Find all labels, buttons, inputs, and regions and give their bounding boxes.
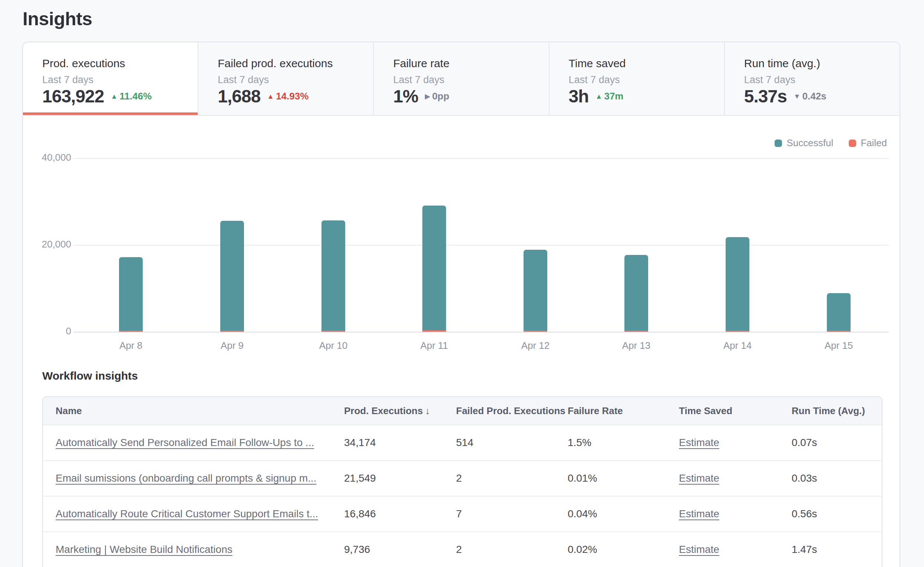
prod-executions-cell: 21,549 [344, 472, 456, 484]
delta-text: 11.46% [119, 90, 152, 102]
workflow-insights-table: NameProd. Executions↓Failed Prod. Execut… [42, 396, 882, 567]
legend-label: Failed [861, 137, 887, 149]
y-axis-tick-label: 40,000 [23, 152, 71, 163]
column-header-prod-executions[interactable]: Prod. Executions↓ [344, 405, 456, 417]
column-header-failed-prod-executions[interactable]: Failed Prod. Executions [456, 405, 568, 417]
bar-successful-segment [119, 257, 143, 331]
bar-successful-segment [624, 255, 648, 331]
metric-card-value: 1,688 [218, 86, 260, 107]
metric-card-value-row: 1%▶0pp [393, 86, 449, 107]
table-row: Marketing | Website Build Notifications9… [43, 531, 882, 567]
metric-card-delta: ▼0.42s [794, 90, 826, 102]
metric-card-period: Last 7 days [569, 74, 715, 86]
metric-card-failed-prod-executions[interactable]: Failed prod. executionsLast 7 days1,688▲… [198, 42, 374, 116]
time-saved-estimate-link[interactable]: Estimate [679, 508, 730, 520]
x-axis-label-apr-13: Apr 13 [599, 340, 674, 351]
workflow-name-link[interactable]: Automatically Route Critical Customer Su… [56, 508, 329, 520]
bar-failed-segment [726, 331, 749, 332]
workflow-insights-title: Workflow insights [42, 370, 138, 382]
delta-text: 37m [604, 90, 623, 102]
run-time-avg-cell: 0.07s [792, 437, 882, 449]
table-body: Automatically Send Personalized Email Fo… [43, 424, 882, 567]
x-axis-label-apr-9: Apr 9 [195, 340, 269, 351]
column-header-run-time-avg[interactable]: Run Time (Avg.) [792, 405, 882, 417]
bar-failed-segment [220, 331, 244, 332]
gridline-20000 [74, 245, 889, 246]
delta-up-arrow-icon: ▲ [596, 92, 603, 101]
legend-swatch-successful [775, 140, 782, 147]
failed-prod-executions-cell: 2 [456, 472, 568, 484]
bar-apr-12 [524, 250, 547, 332]
chart-legend: SuccessfulFailed [775, 137, 887, 149]
bar-apr-15 [827, 293, 850, 332]
legend-item-failed[interactable]: Failed [849, 137, 887, 149]
column-header-label: Name [56, 405, 82, 417]
metric-card-failure-rate[interactable]: Failure rateLast 7 days1%▶0pp [374, 42, 549, 116]
x-axis-label-apr-14: Apr 14 [700, 340, 775, 351]
metric-card-delta: ▶0pp [425, 90, 449, 102]
bar-successful-segment [422, 206, 446, 330]
run-time-avg-cell: 0.56s [792, 508, 882, 520]
failure-rate-cell: 0.02% [568, 544, 679, 555]
time-saved-estimate-link[interactable]: Estimate [679, 437, 730, 449]
bar-successful-segment [220, 221, 244, 331]
failure-rate-cell: 1.5% [568, 437, 679, 449]
legend-label: Successful [786, 137, 833, 149]
failure-rate-cell: 0.01% [568, 472, 679, 484]
metric-card-period: Last 7 days [393, 74, 540, 86]
metric-card-delta: ▲37m [596, 90, 624, 102]
legend-item-successful[interactable]: Successful [775, 137, 833, 149]
x-axis-label-apr-11: Apr 11 [397, 340, 471, 351]
delta-up-arrow-icon: ▲ [111, 92, 118, 101]
metric-card-title: Time saved [569, 57, 715, 70]
metric-card-prod-executions[interactable]: Prod. executionsLast 7 days163,922▲11.46… [23, 42, 198, 116]
column-header-failure-rate[interactable]: Failure Rate [568, 405, 679, 417]
metric-card-time-saved[interactable]: Time savedLast 7 days3h▲37m [549, 42, 725, 116]
column-header-label: Failure Rate [568, 405, 623, 417]
failed-prod-executions-cell: 514 [456, 437, 568, 449]
workflow-name-link[interactable]: Automatically Send Personalized Email Fo… [56, 437, 325, 449]
metric-card-period: Last 7 days [218, 74, 364, 86]
sort-desc-icon: ↓ [425, 405, 430, 417]
x-axis-label-apr-8: Apr 8 [94, 340, 168, 351]
bar-successful-segment [321, 220, 345, 331]
time-saved-estimate-link[interactable]: Estimate [679, 472, 730, 484]
gridline-0 [74, 332, 889, 332]
bar-failed-segment [119, 331, 143, 332]
x-axis-label-apr-10: Apr 10 [296, 340, 370, 351]
table-row: Automatically Route Critical Customer Su… [43, 496, 882, 531]
column-header-label: Time Saved [679, 405, 732, 417]
bar-apr-11 [422, 206, 446, 332]
metric-card-title: Run time (avg.) [744, 57, 891, 70]
run-time-avg-cell: 0.03s [792, 472, 882, 484]
table-row: Email sumissions (onboarding call prompt… [43, 460, 882, 496]
column-header-name[interactable]: Name [56, 405, 344, 417]
bar-failed-segment [524, 331, 547, 332]
page-title: Insights [22, 8, 92, 30]
bar-apr-13 [624, 255, 648, 332]
metric-card-delta: ▲11.46% [111, 90, 152, 102]
column-header-label: Failed Prod. Executions [456, 405, 566, 417]
metric-card-period: Last 7 days [744, 74, 891, 86]
metric-card-period: Last 7 days [42, 74, 189, 86]
legend-swatch-failed [849, 140, 856, 147]
time-saved-estimate-link[interactable]: Estimate [679, 544, 730, 555]
metric-card-value-row: 163,922▲11.46% [42, 86, 152, 107]
delta-text: 14.93% [276, 90, 309, 102]
column-header-time-saved[interactable]: Time Saved [679, 405, 792, 417]
metric-card-value: 3h [569, 86, 589, 107]
metric-card-title: Failed prod. executions [218, 57, 364, 70]
bar-failed-segment [422, 330, 446, 332]
failed-prod-executions-cell: 7 [456, 508, 568, 520]
metric-card-value-row: 5.37s▼0.42s [744, 86, 826, 107]
workflow-name-link[interactable]: Email sumissions (onboarding call prompt… [56, 472, 327, 484]
x-axis-label-apr-15: Apr 15 [802, 340, 876, 351]
prod-executions-cell: 9,736 [344, 544, 456, 555]
metric-card-run-time-avg[interactable]: Run time (avg.)Last 7 days5.37s▼0.42s [725, 42, 900, 116]
delta-text: 0pp [432, 90, 449, 102]
table-row: Automatically Send Personalized Email Fo… [43, 424, 882, 460]
bar-failed-segment [321, 331, 345, 332]
failed-prod-executions-cell: 2 [456, 544, 568, 555]
failure-rate-cell: 0.04% [568, 508, 679, 520]
workflow-name-link[interactable]: Marketing | Website Build Notifications [56, 544, 244, 555]
